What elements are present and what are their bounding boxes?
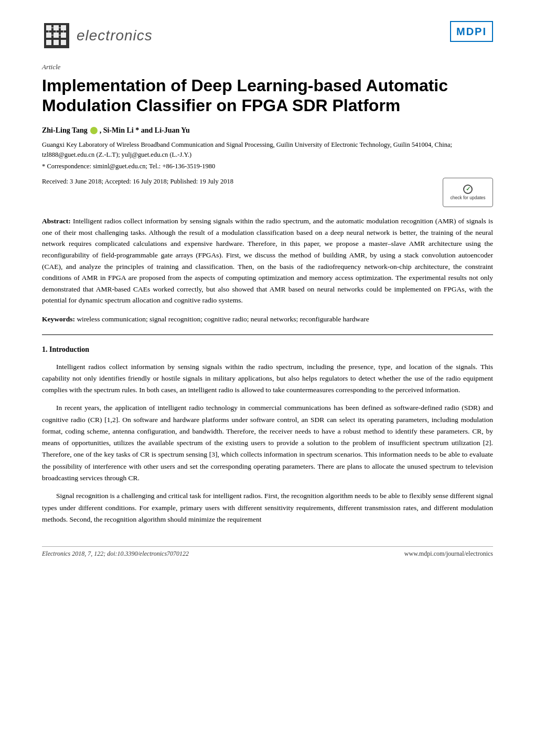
orcid-icon <box>90 127 98 134</box>
section-divider <box>42 334 493 335</box>
section1-heading: 1. Introduction <box>42 345 493 354</box>
article-type: Article <box>42 63 493 71</box>
check-circle: ✓ <box>463 185 473 194</box>
page-footer: Electronics 2018, 7, 122; doi:10.3390/el… <box>42 546 493 558</box>
abstract-text: Intelligent radios collect information b… <box>42 217 493 304</box>
intro-para2: In recent years, the application of inte… <box>42 402 493 484</box>
svg-rect-10 <box>61 40 66 45</box>
intro-para3: Signal recognition is a challenging and … <box>42 490 493 525</box>
check-mark: ✓ <box>466 186 470 192</box>
mdpi-logo: MDPI <box>450 21 493 42</box>
check-updates-icon: ✓ <box>463 185 473 194</box>
check-updates-text: check for updates <box>450 195 485 201</box>
header-left: electronics <box>42 21 153 50</box>
keywords-text: wireless communication; signal recogniti… <box>75 315 369 323</box>
journal-name: electronics <box>77 27 153 44</box>
keywords-section: Keywords: wireless communication; signal… <box>42 314 493 325</box>
correspondence: * Correspondence: siminl@guet.edu.cn; Te… <box>42 163 493 170</box>
svg-rect-3 <box>54 25 59 30</box>
svg-rect-6 <box>54 33 59 38</box>
footer-citation: Electronics 2018, 7, 122; doi:10.3390/el… <box>42 550 189 558</box>
page: electronics MDPI Article Implementation … <box>0 0 535 756</box>
other-authors: , Si-Min Li * and Li-Juan Yu <box>100 126 190 134</box>
svg-rect-5 <box>46 33 51 38</box>
dates-text: Received: 3 June 2018; Accepted: 16 July… <box>42 178 233 186</box>
svg-rect-8 <box>46 40 51 45</box>
svg-rect-2 <box>46 25 51 30</box>
keywords-label: Keywords: <box>42 315 75 323</box>
header: electronics MDPI <box>42 21 493 50</box>
authors-line: Zhi-Ling Tang , Si-Min Li * and Li-Juan … <box>42 126 493 135</box>
first-author: Zhi-Ling Tang <box>42 126 88 134</box>
svg-rect-9 <box>54 40 59 45</box>
svg-rect-4 <box>61 25 66 30</box>
svg-rect-7 <box>61 33 66 38</box>
affiliation: Guangxi Key Laboratory of Wireless Broad… <box>42 140 493 160</box>
intro-para1: Intelligent radios collect information b… <box>42 361 493 396</box>
article-title: Implementation of Deep Learning-based Au… <box>42 75 493 116</box>
dates-row: Received: 3 June 2018; Accepted: 16 July… <box>42 178 493 207</box>
abstract-label: Abstract: <box>42 217 71 225</box>
footer-url: www.mdpi.com/journal/electronics <box>404 550 493 558</box>
electronics-logo-icon <box>42 21 71 50</box>
check-updates-badge[interactable]: ✓ check for updates <box>443 178 493 207</box>
abstract-section: Abstract: Intelligent radios collect inf… <box>42 215 493 306</box>
